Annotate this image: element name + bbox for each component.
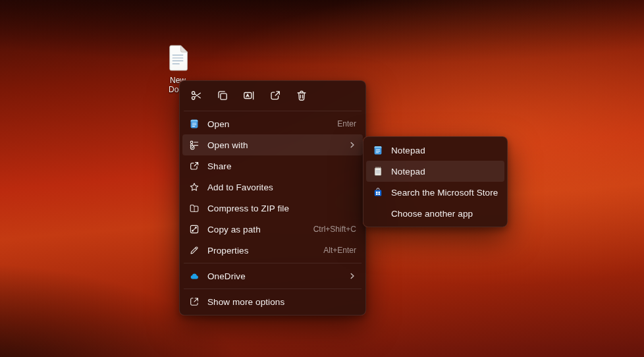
menu-item-open-with[interactable]: Open with [182, 134, 363, 155]
menu-divider [184, 263, 362, 263]
menu-item-properties[interactable]: Properties Alt+Enter [182, 240, 363, 261]
menu-item-label: Properties [207, 246, 315, 256]
rename-button[interactable] [236, 86, 261, 107]
menu-item-open[interactable]: Open Enter [182, 113, 363, 134]
submenu-item-choose-another-app[interactable]: Choose another app [366, 203, 504, 224]
menu-divider [184, 288, 362, 289]
copy-icon [217, 90, 228, 103]
rename-icon [243, 90, 255, 103]
notepad-classic-icon [373, 166, 383, 177]
menu-item-label: Copy as path [207, 225, 306, 234]
menu-divider [184, 111, 362, 111]
properties-icon [189, 245, 200, 256]
menu-item-label: OneDrive [207, 271, 340, 281]
trash-icon [296, 90, 308, 103]
menu-item-shortcut: Alt+Enter [323, 246, 356, 255]
delete-button[interactable] [289, 86, 314, 107]
microsoft-store-icon [373, 187, 383, 198]
notepad-modern-icon [373, 145, 383, 155]
share-icon [269, 90, 281, 103]
submenu-item-label: Notepad [391, 167, 498, 177]
menu-item-show-more-options[interactable]: Show more options [182, 291, 363, 312]
menu-item-label: Compress to ZIP file [207, 204, 356, 213]
menu-item-copy-as-path[interactable]: Copy as path Ctrl+Shift+C [182, 219, 363, 240]
context-menu-toolbar [182, 84, 363, 109]
chevron-right-icon [348, 272, 356, 280]
star-icon [189, 182, 200, 192]
submenu-item-label: Search the Microsoft Store [391, 188, 498, 198]
menu-item-shortcut: Enter [337, 119, 356, 128]
share-button[interactable] [263, 86, 288, 107]
notepad-app-icon [189, 119, 200, 129]
menu-item-label: Open with [207, 140, 340, 150]
open-with-submenu: Notepad Notepad Search the Microsoft Sto… [363, 136, 508, 227]
menu-item-label: Show more options [207, 297, 356, 307]
context-menu: Open Enter Open with [179, 80, 366, 316]
submenu-item-search-microsoft-store[interactable]: Search the Microsoft Store [366, 182, 504, 203]
submenu-item-label: Notepad [391, 146, 498, 155]
menu-item-label: Open [207, 119, 329, 129]
submenu-item-notepad-modern[interactable]: Notepad [366, 140, 504, 161]
menu-item-add-to-favorites[interactable]: Add to Favorites [182, 177, 363, 198]
scissors-icon [190, 90, 202, 103]
empty-icon-spacer [373, 208, 383, 219]
menu-item-label: Add to Favorites [207, 182, 356, 192]
zip-folder-icon [189, 203, 200, 213]
document-icon [167, 45, 189, 74]
submenu-item-label: Choose another app [391, 209, 498, 219]
menu-item-shortcut: Ctrl+Shift+C [313, 225, 356, 234]
menu-item-onedrive[interactable]: OneDrive [182, 265, 363, 287]
menu-item-share[interactable]: Share [182, 155, 363, 177]
copy-button[interactable] [210, 86, 235, 107]
open-with-icon [189, 140, 200, 150]
menu-item-compress-to-zip[interactable]: Compress to ZIP file [182, 198, 363, 219]
submenu-item-notepad-classic[interactable]: Notepad [366, 161, 504, 182]
onedrive-cloud-icon [189, 271, 200, 281]
copy-path-icon [189, 224, 200, 234]
show-more-icon [189, 296, 200, 307]
share-icon [189, 161, 200, 171]
menu-item-label: Share [207, 161, 356, 171]
cut-button[interactable] [184, 86, 209, 107]
chevron-right-icon [348, 141, 356, 149]
